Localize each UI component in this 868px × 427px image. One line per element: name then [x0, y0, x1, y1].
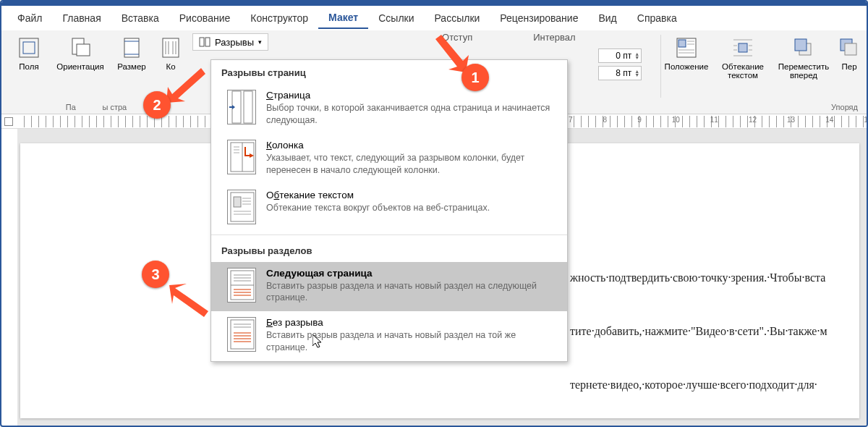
breaks-label: Разрывы — [215, 37, 254, 48]
svg-rect-12 — [200, 38, 204, 46]
annotation-arrow-3 — [168, 281, 218, 321]
spacing-before-value: 0 пт — [616, 51, 631, 61]
wrap-text-label: Обтекание текстом — [716, 62, 770, 80]
tab-view[interactable]: Вид — [588, 8, 626, 28]
break-next-page-item[interactable]: Следующая страница Вставить разрыв разде… — [211, 262, 567, 312]
annotation-arrow-2 — [166, 59, 217, 103]
page-break-icon — [227, 90, 256, 124]
section-breaks-header: Разрывы разделов — [211, 238, 567, 262]
break-column-desc: Указывает, что текст, следующий за разры… — [266, 152, 556, 177]
tab-references[interactable]: Ссылки — [368, 8, 424, 28]
tab-design[interactable]: Конструктор — [240, 8, 318, 28]
more-arrange-button[interactable]: Пер — [836, 33, 862, 83]
break-next-page-title: Следующая страница — [266, 268, 556, 279]
svg-rect-1 — [23, 42, 35, 54]
break-page-item[interactable]: Страница Выбор точки, в которой заканчив… — [211, 84, 567, 134]
wrap-text-button[interactable]: Обтекание текстом — [715, 33, 771, 83]
page-breaks-header: Разрывы страниц — [211, 60, 567, 84]
vertical-ruler[interactable] — [3, 129, 17, 426]
tab-selector-icon[interactable] — [4, 117, 13, 126]
svg-rect-0 — [20, 38, 38, 57]
text-wrap-break-icon — [227, 190, 256, 224]
columns-icon — [159, 36, 182, 59]
annotation-badge-2: 2 — [143, 91, 171, 119]
margins-button[interactable]: Поля — [6, 33, 52, 74]
tab-review[interactable]: Рецензирование — [490, 8, 588, 28]
bring-forward-label: Переместить вперед — [773, 62, 835, 80]
position-button[interactable]: Положение — [658, 33, 715, 83]
tab-file[interactable]: Файл — [7, 8, 52, 28]
svg-rect-15 — [678, 40, 686, 47]
break-continuous-item[interactable]: Без разрыва Вставить разрыв раздела и на… — [211, 311, 567, 361]
tab-draw[interactable]: Рисование — [169, 8, 241, 28]
spacing-before-input[interactable]: 0 пт ▲▼ — [598, 48, 642, 63]
bring-forward-icon — [792, 36, 815, 59]
mouse-cursor-icon — [312, 334, 324, 349]
next-page-break-icon — [227, 268, 256, 303]
break-column-item[interactable]: Колонка Указывает, что текст, следующий … — [211, 134, 567, 184]
spinner-arrows-icon[interactable]: ▲▼ — [634, 52, 639, 59]
size-icon — [120, 36, 143, 59]
margins-label: Поля — [19, 62, 38, 71]
break-wrap-desc: Обтекание текста вокруг объектов на веб-… — [266, 202, 490, 214]
svg-rect-3 — [77, 44, 90, 56]
annotation-badge-3: 3 — [142, 261, 169, 288]
position-label: Положение — [665, 62, 709, 71]
spinner-arrows-icon[interactable]: ▲▼ — [634, 69, 639, 77]
orientation-icon — [69, 36, 92, 59]
svg-rect-20 — [739, 43, 747, 52]
more-arrange-label: Пер — [841, 62, 856, 71]
svg-marker-65 — [312, 334, 321, 347]
svg-marker-64 — [169, 284, 208, 317]
margins-icon — [17, 36, 41, 59]
breaks-icon — [199, 36, 210, 48]
ribbon-tabs: Файл Главная Вставка Рисование Конструкт… — [1, 6, 867, 30]
orientation-label: Ориентация — [56, 62, 103, 71]
ruler-numbers: 789101112131415 — [569, 116, 868, 124]
size-button[interactable]: Размер — [109, 33, 155, 74]
spacing-after-value: 8 пт — [616, 68, 631, 78]
arrange-group-label: Упоряд — [831, 103, 862, 114]
break-continuous-desc: Вставить разрыв раздела и начать новый р… — [266, 329, 556, 354]
tab-insert[interactable]: Вставка — [111, 8, 169, 28]
break-page-desc: Выбор точки, в которой заканчивается одн… — [266, 102, 556, 127]
orientation-button[interactable]: Ориентация — [52, 33, 109, 74]
chevron-down-icon: ▾ — [258, 38, 262, 46]
svg-marker-63 — [166, 68, 205, 103]
svg-rect-13 — [205, 38, 210, 46]
tab-mailings[interactable]: Рассылки — [425, 8, 490, 28]
break-continuous-title: Без разрыва — [266, 317, 556, 328]
size-label: Размер — [117, 62, 146, 71]
break-column-title: Колонка — [266, 140, 556, 151]
send-back-icon — [838, 36, 861, 59]
tab-help[interactable]: Справка — [627, 8, 687, 28]
continuous-break-icon — [227, 317, 256, 352]
annotation-badge-1: 1 — [461, 64, 489, 91]
position-icon — [675, 36, 698, 59]
breaks-button[interactable]: Разрывы ▾ — [192, 33, 268, 51]
svg-rect-28 — [795, 39, 807, 51]
document-text[interactable]: жность·подтвердить·свою·точку·зрения.·Чт… — [570, 233, 862, 427]
wrap-text-icon — [731, 36, 754, 59]
page-setup-group-label: Па ы стра — [66, 103, 127, 114]
svg-marker-62 — [435, 35, 469, 72]
spacing-after-input[interactable]: 8 пт ▲▼ — [598, 66, 642, 80]
tab-home[interactable]: Главная — [52, 8, 111, 28]
bring-forward-button[interactable]: Переместить вперед — [771, 33, 836, 83]
svg-rect-41 — [234, 197, 241, 207]
svg-rect-32 — [244, 91, 252, 123]
break-page-title: Страница — [266, 90, 556, 101]
svg-rect-7 — [163, 38, 179, 57]
break-wrap-title: Обтекание текстом — [266, 190, 490, 200]
breaks-dropdown-menu: Разрывы страниц Страница Выбор точки, в … — [210, 59, 568, 362]
spacing-label: Интервал — [533, 32, 642, 43]
svg-rect-30 — [845, 43, 856, 55]
break-wrap-item[interactable]: Обтекание текстом Обтекание текста вокру… — [211, 184, 567, 232]
break-next-page-desc: Вставить разрыв раздела и начать новый р… — [266, 280, 556, 305]
tab-layout[interactable]: Макет — [318, 7, 368, 29]
column-break-icon — [227, 140, 256, 174]
